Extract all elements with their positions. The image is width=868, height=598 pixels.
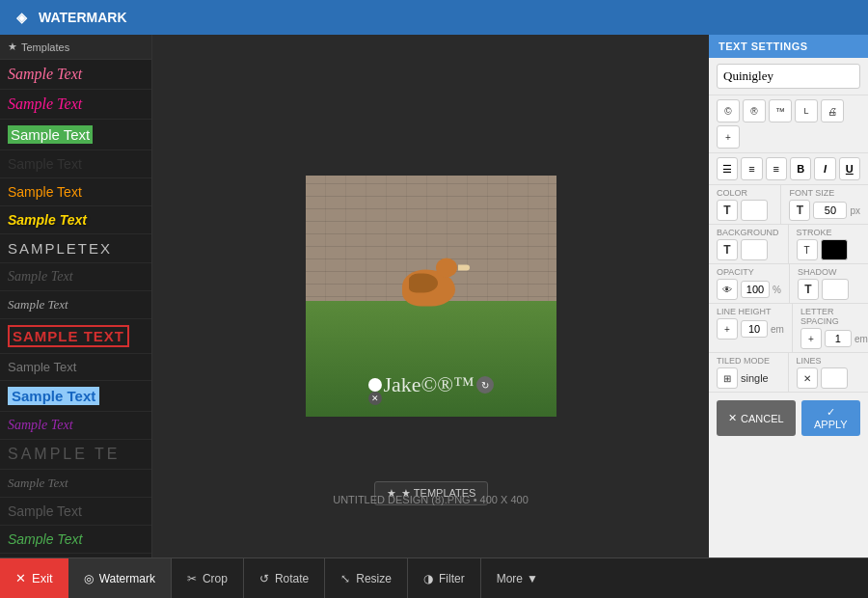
watermark-close-icon[interactable]: ✕: [368, 392, 382, 405]
underline-btn[interactable]: U: [839, 157, 860, 180]
watermark-tool-btn[interactable]: ◎ Watermark: [68, 558, 172, 599]
apply-button[interactable]: ✓ APPLY: [801, 400, 860, 436]
align-center-btn[interactable]: ≡: [741, 157, 762, 180]
resize-tool-btn[interactable]: ⤡ Resize: [325, 558, 408, 599]
shadow-swatch[interactable]: [822, 279, 849, 300]
template-item-7[interactable]: SampleTex: [0, 234, 151, 263]
watermark-header-icon: ◈: [12, 8, 31, 27]
stroke-label: STROKE: [797, 228, 861, 237]
copyright-symbol-btn[interactable]: ©: [717, 99, 740, 122]
trademark-symbol-btn[interactable]: ™: [769, 99, 792, 122]
bg-text-icon[interactable]: T: [717, 239, 738, 260]
template-item-12[interactable]: Sample Text: [0, 381, 151, 412]
template-item-11[interactable]: Sample Text: [0, 354, 151, 381]
align-left-btn[interactable]: ☰: [717, 157, 738, 180]
shadow-icon[interactable]: T: [798, 279, 819, 300]
template-item-5[interactable]: Sample Text: [0, 178, 151, 206]
rotate-tool-btn[interactable]: ↺ Rotate: [244, 558, 325, 599]
template-text-16: Sample Text: [8, 503, 82, 519]
line-height-label: LINE HEIGHT: [717, 307, 784, 316]
template-item-3[interactable]: Sample Text: [0, 120, 151, 150]
more-tool-btn[interactable]: More ▼: [481, 558, 554, 599]
color-text-icon[interactable]: T: [717, 200, 738, 221]
lines-label: LINES: [797, 356, 861, 366]
watermark-drag-handle[interactable]: [367, 378, 381, 392]
template-text-15: Sample Text: [8, 476, 68, 491]
template-text-8: Sample Text: [8, 269, 73, 285]
opacity-input[interactable]: [741, 281, 770, 298]
shadow-value-row: T: [798, 279, 860, 300]
template-item-15[interactable]: Sample Text: [0, 470, 151, 498]
l-symbol-btn[interactable]: L: [795, 99, 818, 122]
letter-spacing-unit: em: [854, 334, 868, 344]
duck-head: [436, 258, 457, 277]
template-item-4[interactable]: Sample Text: [0, 150, 151, 178]
tiled-mode-label: TILED MODE: [717, 356, 780, 366]
template-item-6[interactable]: Sample Text: [0, 206, 151, 234]
registered-symbol-btn[interactable]: ®: [743, 99, 766, 122]
background-value-row: T: [717, 239, 780, 260]
exit-label: Exit: [32, 571, 53, 585]
letter-spacing-icon[interactable]: +: [800, 328, 822, 349]
lines-swatch[interactable]: [821, 367, 848, 389]
canvas-image[interactable]: Jake©®™ ↻ ✕: [306, 176, 556, 417]
add-symbol-btn[interactable]: +: [717, 125, 740, 149]
line-height-icon[interactable]: +: [717, 318, 738, 340]
template-text-5: Sample Text: [8, 184, 82, 200]
template-item-18[interactable]: Sample Text: [0, 554, 151, 557]
template-item-9[interactable]: Sample Text: [0, 291, 151, 319]
line-height-input[interactable]: [741, 320, 768, 338]
color-swatch[interactable]: [741, 200, 768, 221]
watermark-text[interactable]: Jake©®™: [383, 372, 474, 397]
sidebar-header: ★ Templates: [0, 35, 151, 60]
letter-spacing-input[interactable]: [825, 330, 852, 347]
watermark-rotate-icon[interactable]: ↻: [476, 376, 494, 394]
template-item-14[interactable]: SAMPLE TE: [0, 440, 151, 470]
canvas-wrapper: Jake©®™ ↻ ✕: [306, 176, 556, 417]
print-symbol-btn[interactable]: 🖨: [821, 99, 844, 122]
template-item-13[interactable]: Sample Text: [0, 412, 151, 440]
lines-setting: LINES ✕: [789, 353, 869, 392]
chevron-down-icon: ▼: [527, 572, 538, 585]
apply-label: ✓ APPLY: [813, 406, 849, 430]
apply-cancel-row: ✕ CANCEL ✓ APPLY: [709, 393, 868, 444]
filter-tool-btn[interactable]: ◑ Filter: [408, 558, 481, 599]
font-name-input[interactable]: [717, 64, 860, 89]
symbols-row: © ® ™ L 🖨 +: [709, 95, 868, 153]
header-title: WATERMARK: [39, 10, 127, 25]
font-size-input[interactable]: [813, 202, 847, 219]
template-item-16[interactable]: Sample Text: [0, 498, 151, 526]
template-item-8[interactable]: Sample Text: [0, 263, 151, 291]
format-row: ☰ ≡ ≡ B I U: [709, 153, 868, 185]
template-text-10: SAMPLE TEXT: [8, 325, 129, 347]
exit-button[interactable]: ✕ Exit: [0, 558, 68, 599]
panel-header: TEXT SETTINGS: [709, 35, 868, 58]
cancel-icon: ✕: [728, 412, 737, 424]
opacity-eye-icon[interactable]: 👁: [717, 279, 738, 300]
background-swatch[interactable]: [741, 239, 768, 260]
cancel-button[interactable]: ✕ CANCEL: [717, 400, 796, 436]
crop-tool-btn[interactable]: ✂ Crop: [172, 558, 244, 599]
bold-btn[interactable]: B: [790, 157, 811, 180]
template-item-10[interactable]: SAMPLE TEXT: [0, 319, 151, 354]
stroke-setting: STROKE T: [789, 225, 869, 263]
italic-btn[interactable]: I: [814, 157, 835, 180]
template-text-14: SAMPLE TE: [8, 446, 121, 463]
template-item-17[interactable]: Sample Text: [0, 526, 151, 554]
exit-icon: ✕: [15, 571, 26, 585]
color-value-row: T: [717, 200, 773, 221]
tiled-mode-value: single: [741, 372, 769, 384]
template-text-13: Sample Text: [8, 418, 73, 433]
stroke-icon[interactable]: T: [797, 239, 818, 260]
background-setting: BACKGROUND T: [709, 225, 789, 263]
template-item-2[interactable]: Sample Text: [0, 90, 151, 120]
align-right-btn[interactable]: ≡: [766, 157, 787, 180]
lines-icon[interactable]: ✕: [797, 367, 818, 389]
tiled-mode-icon[interactable]: ⊞: [717, 367, 738, 389]
text-settings-panel: TEXT SETTINGS © ® ™ L 🖨 + ☰ ≡ ≡ B I U CO…: [709, 35, 868, 557]
template-text-3: Sample Text: [8, 125, 93, 144]
stroke-value-row: T: [797, 239, 861, 260]
stroke-swatch[interactable]: [821, 239, 848, 260]
resize-tool-icon: ⤡: [340, 572, 350, 585]
template-item-1[interactable]: Sample Text: [0, 60, 151, 90]
